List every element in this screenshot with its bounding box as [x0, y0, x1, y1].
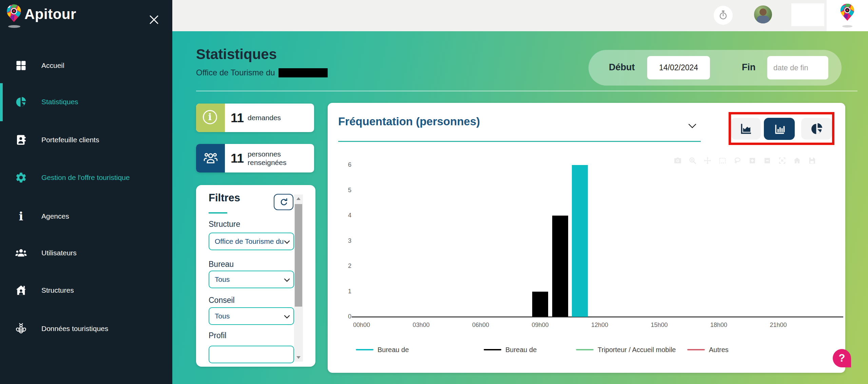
contacts-icon [15, 134, 27, 146]
scroll-down-icon[interactable] [296, 356, 301, 359]
sidebar-item-structures[interactable]: Structures [0, 279, 172, 301]
box-select-icon[interactable] [718, 157, 727, 165]
chart-title: Fréquentation (personnes) [338, 115, 480, 128]
legend-swatch [484, 349, 501, 350]
stat-icon-block [196, 144, 225, 172]
stat-card-personnes: 11 personnes renseignées [196, 144, 314, 172]
pie-chart-icon [15, 96, 27, 108]
x-axis-line [352, 316, 843, 317]
user-avatar[interactable] [754, 5, 772, 23]
end-date-input[interactable] [767, 56, 828, 79]
bar-chart-view-button[interactable] [764, 118, 795, 140]
app-logo: Apitour [0, 0, 172, 34]
refresh-filters-button[interactable] [274, 194, 293, 210]
start-date-label: Début [609, 62, 635, 73]
scroll-up-icon[interactable] [296, 197, 301, 200]
pie-chart-view-button[interactable] [801, 118, 832, 140]
legend-item[interactable]: Bureau de [484, 345, 537, 355]
timer-button[interactable] [714, 6, 733, 25]
redacted-structure-name [278, 68, 328, 77]
sidebar-item-label: Agences [41, 212, 69, 220]
conseil-select[interactable]: Tous [209, 307, 294, 325]
end-date-label: Fin [742, 62, 756, 73]
subtitle-text: Office de Tourisme du [196, 68, 275, 77]
sidebar-item-label: Gestion de l'offre touristique [41, 173, 130, 182]
bee-icon [15, 323, 27, 335]
structure-select[interactable]: Office de Tourisme du [209, 233, 294, 250]
page-title: Statistiques [196, 46, 277, 62]
zoom-out-icon[interactable] [763, 157, 771, 165]
main-content: Statistiques Office de Tourisme du Début… [172, 31, 868, 384]
filters-title: Filtres [209, 192, 240, 204]
sidebar-item-gestion-offre[interactable]: Gestion de l'offre touristique [0, 167, 172, 188]
sidebar-item-label: Accueil [41, 61, 64, 70]
stat-icon-block: i [196, 104, 225, 132]
x-axis-tick-label: 12h00 [584, 322, 615, 329]
topbar [172, 0, 868, 31]
camera-icon[interactable] [674, 157, 682, 165]
legend-item[interactable]: Autres [687, 345, 729, 355]
x-axis-tick-label: 09h00 [525, 322, 556, 329]
page-subtitle: Office de Tourisme du [196, 68, 328, 77]
pan-icon[interactable] [703, 157, 712, 165]
bar[interactable] [532, 292, 548, 317]
legend-swatch [576, 349, 594, 350]
home-icon[interactable] [793, 157, 801, 165]
bar[interactable] [552, 216, 568, 317]
chart-collapse-chevron-icon[interactable] [688, 123, 697, 130]
date-range-picker: Début Fin [589, 50, 842, 86]
profil-select[interactable] [209, 346, 294, 363]
grid-icon [15, 59, 27, 72]
sidebar-item-label: Utilisateurs [41, 249, 77, 257]
topbar-logo[interactable] [827, 0, 868, 31]
y-axis-tick-label: 1 [337, 288, 351, 295]
info-icon: i [15, 210, 27, 222]
zoom-in-icon[interactable] [748, 157, 756, 165]
sidebar: Apitour Accueil Statistiques Portefeuill… [0, 0, 172, 384]
filters-title-underline [209, 212, 227, 214]
y-axis-tick-label: 2 [337, 262, 351, 270]
legend-label: Bureau de [378, 346, 409, 354]
y-axis-tick-label: 5 [337, 187, 351, 194]
stat-value: 11 [231, 151, 246, 166]
close-sidebar-icon[interactable] [147, 13, 161, 26]
x-axis-tick-label: 00h00 [346, 322, 377, 329]
y-axis-tick-label: 4 [337, 212, 351, 219]
bureau-select-value: Tous [215, 275, 284, 284]
sidebar-item-portefeuille-clients[interactable]: Portefeuille clients [0, 129, 172, 151]
sidebar-item-label: Structures [41, 286, 74, 294]
x-axis-tick-label: 03h00 [406, 322, 437, 329]
sidebar-item-label: Statistiques [41, 98, 78, 106]
y-axis-tick-label: 6 [337, 161, 351, 168]
start-date-input[interactable] [647, 56, 710, 79]
zoom-icon[interactable] [689, 157, 697, 165]
sidebar-item-utilisateurs[interactable]: Utilisateurs [0, 242, 172, 264]
legend-item[interactable]: Triporteur / Accueil mobile [576, 345, 676, 355]
house-icon [15, 284, 27, 296]
filter-label-conseil: Conseil [209, 296, 235, 305]
chevron-down-icon [284, 239, 290, 245]
sidebar-item-donnees-touristiques[interactable]: Données touristiques [0, 318, 172, 340]
gear-icon [15, 171, 27, 184]
area-chart-view-button[interactable] [731, 118, 761, 140]
autoscale-icon[interactable] [778, 157, 786, 165]
help-button[interactable]: ? [833, 349, 851, 367]
filters-panel: Filtres Structure Office de Tourisme du … [196, 185, 315, 367]
stat-label: personnes renseignées [248, 150, 310, 167]
sidebar-item-agences[interactable]: i Agences [0, 205, 172, 227]
legend-item[interactable]: Bureau de [356, 345, 409, 355]
scrollbar-thumb[interactable] [295, 204, 302, 307]
save-icon[interactable] [808, 157, 816, 165]
redacted-username [791, 3, 824, 26]
filters-scrollbar[interactable] [294, 195, 303, 362]
bar[interactable] [572, 165, 588, 317]
sidebar-item-statistiques[interactable]: Statistiques [0, 91, 172, 113]
sidebar-item-accueil[interactable]: Accueil [0, 55, 172, 76]
lasso-select-icon[interactable] [733, 157, 741, 165]
apitour-pin-icon [6, 4, 22, 25]
chevron-down-icon [284, 277, 290, 284]
legend-swatch [687, 349, 705, 350]
info-circle-icon: i [203, 110, 217, 124]
legend-label: Autres [709, 346, 729, 354]
bureau-select[interactable]: Tous [209, 271, 294, 288]
